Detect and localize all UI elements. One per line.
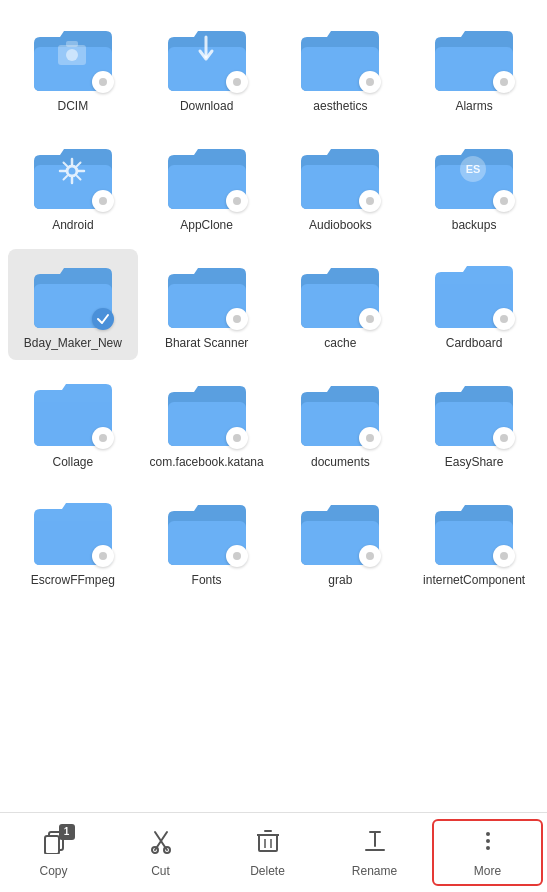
folder-item-dcim[interactable]: DCIM (8, 12, 138, 123)
more-label: More (474, 864, 501, 878)
folder-dot-badge (226, 427, 248, 449)
folder-dot-badge (493, 427, 515, 449)
folder-item-easyshare[interactable]: EasyShare (409, 368, 539, 479)
svg-rect-3 (66, 41, 78, 47)
folder-icon-wrap (295, 376, 385, 451)
folder-label: Download (180, 99, 233, 115)
rename-icon (362, 828, 388, 860)
folder-item-documents[interactable]: documents (276, 368, 406, 479)
folder-icon-wrap (295, 20, 385, 95)
folder-label: Bday_Maker_New (24, 336, 122, 352)
folder-dot-badge (92, 190, 114, 212)
folder-item-escrowffmpeg[interactable]: EscrowFF​mpeg (8, 486, 138, 597)
copy-icon: 1 (41, 828, 67, 860)
delete-icon (255, 828, 281, 860)
folder-icon-wrap (28, 494, 118, 569)
folder-label: Android (52, 218, 93, 234)
copy-count-badge: 1 (59, 824, 75, 840)
folder-item-grab[interactable]: grab (276, 486, 406, 597)
folder-icon-wrap (28, 376, 118, 451)
svg-text:ES: ES (466, 163, 481, 175)
folder-label: aesthetics (313, 99, 367, 115)
folder-icon-wrap (295, 257, 385, 332)
bottom-toolbar: 1 Copy Cut Delete (0, 812, 547, 892)
folder-label: AppClone (180, 218, 233, 234)
folder-item-cache[interactable]: cache (276, 249, 406, 360)
folder-label: EasyShare (445, 455, 504, 471)
folder-label: internetCo​mponent (423, 573, 525, 589)
folder-item-collage[interactable]: Collage (8, 368, 138, 479)
folder-label: Cardboard (446, 336, 503, 352)
folder-dot-badge (226, 71, 248, 93)
folder-item-audiobooks[interactable]: Audiobooks (276, 131, 406, 242)
folder-label: EscrowFF​mpeg (31, 573, 115, 589)
folder-grid: DCIM Download aesthetics Alarms Android (8, 12, 539, 597)
cut-label: Cut (151, 864, 170, 878)
folder-label: Bharat Scanner (165, 336, 248, 352)
folder-dot-badge (226, 308, 248, 330)
folder-label: com.face​book.katana (150, 455, 264, 471)
folder-icon-wrap (162, 257, 252, 332)
folder-label: grab (328, 573, 352, 589)
folder-item-com-facebook-katana[interactable]: com.face​book.katana (142, 368, 272, 479)
svg-point-48 (486, 846, 490, 850)
rename-label: Rename (352, 864, 397, 878)
rename-button[interactable]: Rename (321, 813, 428, 892)
svg-rect-33 (45, 836, 59, 854)
folder-icon-wrap (162, 376, 252, 451)
more-button[interactable]: More (432, 819, 543, 886)
folder-dot-badge (226, 545, 248, 567)
cut-icon (148, 828, 174, 860)
delete-label: Delete (250, 864, 285, 878)
folder-item-android[interactable]: Android (8, 131, 138, 242)
delete-button[interactable]: Delete (214, 813, 321, 892)
svg-point-46 (486, 832, 490, 836)
folder-dot-badge (493, 71, 515, 93)
copy-button[interactable]: 1 Copy (0, 813, 107, 892)
folder-icon-wrap (429, 494, 519, 569)
folder-label: Collage (53, 455, 94, 471)
more-icon (475, 828, 501, 860)
folder-icon-wrap (162, 494, 252, 569)
folder-dot-badge (92, 427, 114, 449)
folder-icon-wrap (28, 139, 118, 214)
folder-icon-wrap (162, 20, 252, 95)
folder-label: backups (452, 218, 497, 234)
folder-item-download[interactable]: Download (142, 12, 272, 123)
cut-button[interactable]: Cut (107, 813, 214, 892)
folder-dot-badge (92, 71, 114, 93)
selected-check-badge (92, 308, 114, 330)
svg-rect-38 (259, 835, 277, 851)
folder-dot-badge (226, 190, 248, 212)
folder-label: DCIM (58, 99, 89, 115)
svg-point-2 (66, 49, 78, 61)
folder-label: Fonts (192, 573, 222, 589)
folder-dot-badge (359, 190, 381, 212)
folder-dot-badge (493, 190, 515, 212)
folder-item-aesthetics[interactable]: aesthetics (276, 12, 406, 123)
folder-icon-wrap (162, 139, 252, 214)
folder-icon-wrap (28, 257, 118, 332)
folder-label: cache (324, 336, 356, 352)
folder-label: Alarms (455, 99, 492, 115)
folder-item-backups[interactable]: ES backups (409, 131, 539, 242)
folder-icon-wrap (429, 257, 519, 332)
folder-icon-wrap (429, 20, 519, 95)
folder-item-alarms[interactable]: Alarms (409, 12, 539, 123)
folder-dot-badge (359, 427, 381, 449)
folder-item-fonts[interactable]: Fonts (142, 486, 272, 597)
folder-icon-wrap (28, 20, 118, 95)
folder-item-internetcomponent[interactable]: internetCo​mponent (409, 486, 539, 597)
folder-icon-wrap (295, 494, 385, 569)
folder-grid-area[interactable]: DCIM Download aesthetics Alarms Android (0, 0, 547, 812)
svg-point-47 (486, 839, 490, 843)
folder-item-bday-maker-new[interactable]: Bday_Maker_New (8, 249, 138, 360)
folder-label: documents (311, 455, 370, 471)
folder-item-appclone[interactable]: AppClone (142, 131, 272, 242)
folder-item-cardboard[interactable]: Cardboard (409, 249, 539, 360)
folder-label: Audiobooks (309, 218, 372, 234)
folder-icon-wrap (429, 376, 519, 451)
folder-icon-wrap: ES (429, 139, 519, 214)
folder-item-bharat-scanner[interactable]: Bharat Scanner (142, 249, 272, 360)
folder-icon-wrap (295, 139, 385, 214)
